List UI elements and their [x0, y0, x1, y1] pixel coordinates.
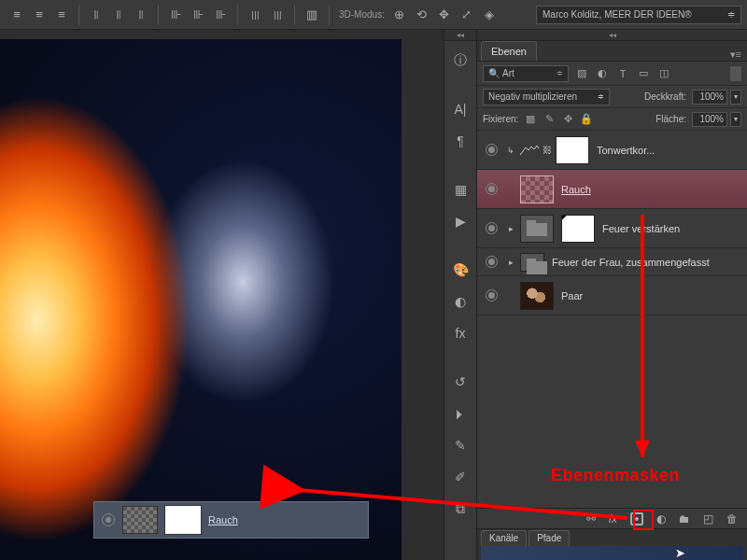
paths-tab[interactable]: Pfade — [529, 530, 570, 546]
mode3d-icon[interactable]: ◈ — [480, 6, 499, 24]
lock-label: Fixieren: — [483, 114, 518, 124]
layer-thumb[interactable] — [520, 282, 554, 310]
opacity-label: Deckkraft: — [644, 91, 686, 102]
distribute-icon[interactable]: ⊪ — [189, 6, 207, 24]
group-thumb[interactable] — [520, 215, 554, 243]
collapse-handle[interactable]: ◂◂ — [444, 30, 476, 41]
search-icon: 🔍 — [488, 68, 500, 78]
delete-layer-icon[interactable]: 🗑 — [726, 512, 738, 525]
navigator-panel-icon[interactable]: ▶ — [448, 209, 472, 233]
auto-align-icon[interactable]: ▥ — [303, 6, 321, 24]
swatches-panel-icon[interactable]: ▦ — [448, 177, 472, 202]
layer-row[interactable]: Rauch — [477, 170, 747, 209]
lock-transparent-icon[interactable]: ▩ — [524, 113, 537, 126]
layers-tab[interactable]: Ebenen — [481, 41, 537, 61]
layer-drag-tooltip: Rauch — [93, 501, 369, 539]
channels-tab[interactable]: Kanäle — [481, 530, 527, 546]
paragraph-panel-icon[interactable]: ¶ — [448, 129, 472, 153]
distribute-icon[interactable]: ⫼ — [268, 6, 287, 24]
eye-icon[interactable] — [486, 289, 498, 301]
info-panel-icon[interactable]: ⓘ — [448, 49, 472, 73]
actions-panel-icon[interactable]: ⏵ — [448, 401, 472, 426]
history-panel-icon[interactable]: ↺ — [448, 370, 472, 394]
layer-name[interactable]: Feuer der Frau, zusammengefasst — [548, 257, 741, 268]
mask-thumb[interactable] — [556, 136, 589, 164]
workspace-dropdown[interactable]: Marco Kolditz, MEER DER IDEEN® ≑ — [536, 6, 741, 24]
distribute-icon[interactable]: ⊪ — [211, 6, 230, 24]
distribute-icon[interactable]: ⫴ — [109, 6, 128, 24]
new-group-icon[interactable]: 🖿 — [679, 512, 690, 525]
align-icon[interactable]: ≡ — [52, 6, 71, 24]
options-bar: ≡ ≡ ≡ ⫴ ⫴ ⫴ ⊪ ⊪ ⊪ ⫼ ⫼ ▥ 3D-Modus: ⊕ ⟲ ✥ … — [0, 0, 747, 30]
lock-move-icon[interactable]: ✥ — [561, 113, 574, 126]
color-panel-icon[interactable]: 🎨 — [448, 258, 472, 282]
document-canvas[interactable] — [0, 39, 402, 560]
styles-panel-icon[interactable]: fx — [448, 321, 472, 345]
collapsed-panels: ◂◂ ⓘ A| ¶ ▦ ▶ 🎨 ◐ fx ↺ ⏵ ✎ ✐ ⧉ — [444, 30, 477, 560]
distribute-icon[interactable]: ⫴ — [87, 6, 106, 24]
filter-toggle[interactable] — [730, 66, 741, 81]
layer-row[interactable]: ▸ Feuer verstärken — [477, 209, 747, 248]
brushes-panel-icon[interactable]: ✎ — [448, 433, 472, 457]
tooltip-thumb — [122, 506, 158, 534]
character-panel-icon[interactable]: A| — [448, 97, 472, 121]
layer-name[interactable]: Rauch — [557, 184, 741, 195]
blend-mode-dropdown[interactable]: Negativ multiplizieren ≑ — [483, 89, 610, 105]
filter-kind-label: Art — [502, 68, 514, 78]
brush-presets-panel-icon[interactable]: ✐ — [448, 465, 472, 489]
adjustments-panel-icon[interactable]: ◐ — [448, 289, 472, 314]
panel-menu-icon[interactable]: ▾≡ — [730, 49, 741, 61]
mode3d-icon[interactable]: ✥ — [435, 6, 454, 24]
fill-slider[interactable]: ▾ — [730, 112, 741, 127]
cursor-icon: ➤ — [675, 546, 685, 560]
align-icon[interactable]: ≡ — [30, 6, 49, 24]
chevron-down-icon: ≑ — [727, 9, 735, 20]
channel-strip[interactable]: ➤ — [481, 546, 743, 560]
filter-shape-icon[interactable]: ▭ — [636, 66, 651, 81]
adjustment-layer-icon[interactable]: ◐ — [656, 512, 666, 525]
clone-panel-icon[interactable]: ⧉ — [448, 497, 472, 521]
new-layer-icon[interactable]: ◰ — [703, 512, 713, 525]
eye-icon[interactable] — [486, 144, 498, 156]
layer-name[interactable]: Tonwertkor... — [593, 145, 741, 156]
lock-brush-icon[interactable]: ✎ — [543, 113, 556, 126]
mode3d-icon[interactable]: ⤢ — [458, 6, 476, 24]
layer-filter-row: 🔍 Art ≑ ▨ ◐ T ▭ ◫ — [477, 62, 747, 86]
disclosure-icon[interactable]: ▸ — [505, 258, 516, 267]
filter-type-icon[interactable]: T — [615, 66, 630, 81]
layers-bottom-bar: ⚯ fx ◐ 🖿 ◰ 🗑 — [477, 508, 747, 528]
opacity-field[interactable]: 100% — [692, 90, 727, 105]
tooltip-label: Rauch — [208, 514, 238, 525]
mode3d-icon[interactable]: ⟲ — [413, 6, 431, 24]
blend-mode-value: Negativ multiplizieren — [488, 91, 577, 102]
eye-icon[interactable] — [486, 256, 498, 268]
fx-icon[interactable]: fx — [609, 512, 617, 525]
eye-icon[interactable] — [486, 183, 498, 195]
collapse-handle[interactable]: ◂◂ — [477, 30, 747, 41]
distribute-icon[interactable]: ⫼ — [246, 6, 264, 24]
align-icon[interactable]: ≡ — [7, 6, 26, 24]
mask-thumb[interactable] — [561, 215, 595, 243]
chevron-down-icon: ≑ — [557, 69, 563, 77]
filter-smart-icon[interactable]: ◫ — [656, 66, 671, 81]
fill-field[interactable]: 100% — [692, 112, 727, 127]
mode3d-icon[interactable]: ⊕ — [390, 6, 409, 24]
opacity-slider[interactable]: ▾ — [730, 90, 741, 105]
layer-thumb[interactable] — [520, 175, 554, 203]
layer-row[interactable]: Paar — [477, 276, 747, 315]
eye-icon — [102, 513, 115, 526]
disclosure-icon[interactable]: ▸ — [505, 224, 516, 233]
filter-adjust-icon[interactable]: ◐ — [595, 66, 610, 81]
group-thumb[interactable] — [520, 253, 544, 272]
link-layers-icon[interactable]: ⚯ — [586, 512, 596, 525]
distribute-icon[interactable]: ⫴ — [132, 6, 150, 24]
layer-row[interactable]: ▸ Feuer der Frau, zusammengefasst — [477, 248, 747, 276]
layer-name[interactable]: Feuer verstärken — [599, 223, 741, 234]
filter-pixel-icon[interactable]: ▨ — [574, 66, 589, 81]
layer-name[interactable]: Paar — [557, 290, 741, 301]
distribute-icon[interactable]: ⊪ — [166, 6, 185, 24]
filter-kind-dropdown[interactable]: 🔍 Art ≑ — [483, 65, 569, 82]
layer-row[interactable]: ↳ ⛓ Tonwertkor... — [477, 131, 747, 170]
lock-all-icon[interactable]: 🔒 — [580, 113, 593, 126]
eye-icon[interactable] — [486, 222, 498, 234]
